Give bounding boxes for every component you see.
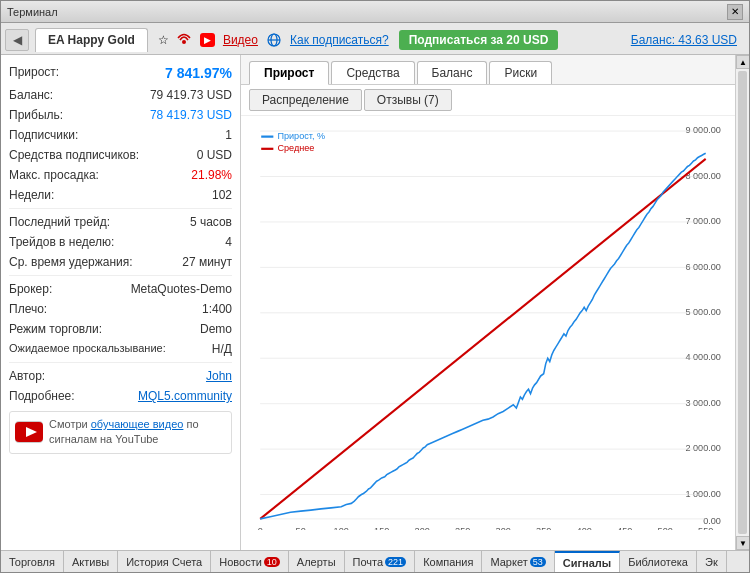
weeks-label: Недели: [9,186,54,204]
last-trade-value: 5 часов [190,213,232,231]
svg-text:7 000.00: 7 000.00 [685,215,720,226]
slippage-row: Ожидаемое проскальзывание: Н/Д [9,340,232,358]
leverage-label: Плечо: [9,300,47,318]
youtube-icon[interactable]: ▶ [200,33,215,47]
signal-icon [176,32,192,48]
bottom-tab-assets[interactable]: Активы [64,551,118,572]
back-button[interactable]: ◀ [5,29,29,51]
more-label: Подробнее: [9,387,75,405]
star-icon[interactable]: ☆ [156,32,172,48]
video-link[interactable]: Видео [223,33,258,47]
svg-point-0 [182,40,186,44]
svg-text:450: 450 [617,525,632,530]
media-text: Смотри обучающее видео по сигналам на Yo… [49,417,226,448]
svg-text:6 000.00: 6 000.00 [685,260,720,271]
broker-label: Брокер: [9,280,52,298]
bottom-bar: Торговля Активы История Счета Новости 10… [1,550,749,572]
bottom-tab-history[interactable]: История Счета [118,551,211,572]
svg-text:Прирост, %: Прирост, % [277,129,325,140]
weeks-row: Недели: 102 [9,186,232,204]
media-text1: Смотри [49,418,88,430]
svg-text:9 000.00: 9 000.00 [685,124,720,135]
author-row: Автор: John [9,367,232,385]
weeks-value: 102 [212,186,232,204]
svg-rect-40 [261,136,273,138]
hold-time-value: 27 минут [182,253,232,271]
svg-text:200: 200 [415,525,430,530]
terminal-window: Терминал ✕ ◀ EA Happy Gold ☆ ▶ Видео Как… [0,0,750,573]
profit-row: Прибыль: 78 419.73 USD [9,106,232,124]
scroll-up-button[interactable]: ▲ [736,55,749,69]
svg-text:3 000.00: 3 000.00 [685,396,720,407]
news-badge: 10 [264,557,280,567]
svg-text:5 000.00: 5 000.00 [685,306,720,317]
bottom-tab-market[interactable]: Маркет 53 [482,551,554,572]
slippage-label: Ожидаемое проскальзывание: [9,340,166,358]
hold-time-row: Ср. время удержания: 27 минут [9,253,232,271]
subtab-distribution[interactable]: Распределение [249,89,362,111]
close-button[interactable]: ✕ [727,4,743,20]
bottom-tab-alerts[interactable]: Алерты [289,551,345,572]
title-bar: Терминал ✕ [1,1,749,23]
growth-chart: 9 000.00 8 000.00 7 000.00 6 000.00 5 00… [245,120,731,530]
growth-value: 7 841.97% [165,63,232,84]
slippage-value: Н/Д [212,340,232,358]
trades-week-label: Трейдов в неделю: [9,233,114,251]
svg-text:1 000.00: 1 000.00 [685,487,720,498]
bottom-tab-signals[interactable]: Сигналы [555,551,620,572]
subtab-reviews[interactable]: Отзывы (7) [364,89,452,111]
svg-text:0: 0 [258,525,263,530]
balance-label: Баланс: [9,86,53,104]
bottom-tab-ex[interactable]: Эк [697,551,727,572]
svg-text:50: 50 [296,525,306,530]
youtube-media-icon[interactable] [15,421,43,443]
window-title: Терминал [7,6,58,18]
balance-row: Баланс: 79 419.73 USD [9,86,232,104]
drawdown-value: 21.98% [191,166,232,184]
hold-time-label: Ср. время удержания: [9,253,133,271]
media-link[interactable]: обучающее видео [91,418,184,430]
trades-week-value: 4 [225,233,232,251]
svg-text:300: 300 [496,525,511,530]
sub-tabs: Распределение Отзывы (7) [241,85,735,116]
svg-text:2 000.00: 2 000.00 [685,442,720,453]
drawdown-label: Макс. просадка: [9,166,99,184]
svg-text:500: 500 [658,525,673,530]
mail-badge: 221 [385,557,406,567]
web-icon [266,32,282,48]
bottom-tab-trading[interactable]: Торговля [1,551,64,572]
more-value[interactable]: MQL5.community [138,387,232,405]
content-tabs: Прирост Средства Баланс Риски [241,55,735,85]
svg-text:150: 150 [374,525,389,530]
main-content: Прирост: 7 841.97% Баланс: 79 419.73 USD… [1,55,749,550]
author-label: Автор: [9,367,45,385]
last-trade-label: Последний трейд: [9,213,110,231]
tab-growth[interactable]: Прирост [249,61,329,85]
left-panel: Прирост: 7 841.97% Баланс: 79 419.73 USD… [1,55,241,550]
svg-line-39 [260,159,706,519]
tab-funds[interactable]: Средства [331,61,414,84]
bottom-tab-company[interactable]: Компания [415,551,482,572]
trades-week-row: Трейдов в неделю: 4 [9,233,232,251]
scrollbar: ▲ ▼ [735,55,749,550]
media-section: Смотри обучающее видео по сигналам на Yo… [9,411,232,454]
author-value[interactable]: John [206,367,232,385]
scroll-thumb[interactable] [738,71,747,534]
nav-icons: ☆ [156,32,192,48]
drawdown-row: Макс. просадка: 21.98% [9,166,232,184]
balance-display[interactable]: Баланс: 43.63 USD [631,33,737,47]
subscribe-button[interactable]: Подписаться за 20 USD [399,30,559,50]
funds-row: Средства подписчиков: 0 USD [9,146,232,164]
bottom-tab-mail[interactable]: Почта 221 [345,551,416,572]
bottom-tab-news[interactable]: Новости 10 [211,551,289,572]
broker-value: MetaQuotes-Demo [131,280,232,298]
tab-balance[interactable]: Баланс [417,61,488,84]
scroll-down-button[interactable]: ▼ [736,536,749,550]
bottom-tab-library[interactable]: Библиотека [620,551,697,572]
last-trade-row: Последний трейд: 5 часов [9,213,232,231]
growth-row: Прирост: 7 841.97% [9,63,232,84]
svg-text:550: 550 [698,525,713,530]
subscribe-info-link[interactable]: Как подписаться? [290,33,389,47]
ea-tab[interactable]: EA Happy Gold [35,28,148,52]
tab-risks[interactable]: Риски [489,61,552,84]
